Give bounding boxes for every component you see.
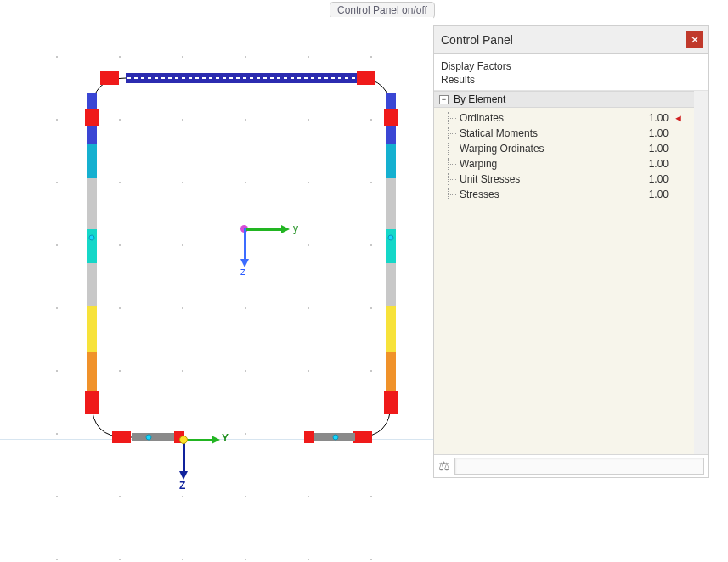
- tab-display-factors[interactable]: Display Factors: [441, 59, 708, 73]
- svg-rect-15: [87, 352, 97, 395]
- section-profile: [0, 17, 433, 560]
- factor-tree: − By Element Ordinates 1.00 ◄ Statical M…: [434, 91, 694, 454]
- tree-connector-icon: [443, 173, 460, 185]
- svg-point-28: [146, 435, 151, 440]
- row-label: Statical Moments: [460, 127, 631, 139]
- row-label: Unit Stresses: [460, 173, 631, 185]
- global-origin-dot-icon: [179, 436, 188, 444]
- tree-connector-icon: [443, 188, 460, 200]
- svg-rect-5: [386, 229, 396, 263]
- svg-rect-3: [386, 144, 396, 178]
- svg-point-27: [388, 235, 393, 240]
- svg-rect-12: [87, 229, 97, 263]
- svg-rect-25: [304, 431, 314, 443]
- row-label: Warping Ordinates: [460, 143, 631, 155]
- svg-rect-13: [87, 263, 97, 306]
- tree-connector-icon: [443, 158, 460, 170]
- panel-header[interactable]: Control Panel ✕: [434, 26, 708, 54]
- row-unit-stresses[interactable]: Unit Stresses 1.00: [443, 171, 686, 187]
- close-button[interactable]: ✕: [686, 31, 703, 48]
- svg-rect-8: [386, 352, 396, 395]
- svg-rect-21: [353, 431, 372, 443]
- row-value[interactable]: 1.00: [631, 173, 674, 185]
- tree-connector-icon: [443, 127, 460, 139]
- row-ordinates[interactable]: Ordinates 1.00 ◄: [443, 110, 686, 126]
- svg-rect-1: [357, 71, 375, 85]
- expander-icon[interactable]: −: [439, 95, 449, 104]
- svg-point-26: [89, 235, 94, 240]
- row-label: Stresses: [460, 188, 631, 200]
- row-warping[interactable]: Warping 1.00: [443, 156, 686, 171]
- panel-footer: ⚖: [434, 454, 708, 477]
- svg-rect-18: [85, 391, 99, 414]
- svg-rect-17: [384, 109, 398, 126]
- svg-point-29: [333, 435, 338, 440]
- balance-icon[interactable]: ⚖: [438, 458, 449, 474]
- tree-connector-icon: [443, 112, 460, 124]
- axis-z-local-icon: [244, 228, 246, 261]
- row-value[interactable]: 1.00: [631, 143, 674, 155]
- row-warping-ordinates[interactable]: Warping Ordinates 1.00: [443, 141, 686, 156]
- svg-rect-20: [112, 431, 131, 443]
- svg-rect-11: [87, 178, 97, 229]
- row-value[interactable]: 1.00: [631, 127, 674, 139]
- tab-results[interactable]: Results: [441, 73, 708, 87]
- svg-rect-16: [85, 109, 99, 126]
- axis-Z-global-icon: [183, 439, 185, 473]
- footer-input[interactable]: [454, 458, 704, 475]
- control-panel: Control Panel ✕ Display Factors Results …: [433, 25, 709, 478]
- row-stresses[interactable]: Stresses 1.00: [443, 187, 686, 202]
- svg-rect-0: [100, 71, 119, 85]
- row-value[interactable]: 1.00: [631, 188, 674, 200]
- svg-rect-19: [384, 391, 398, 414]
- group-by-element[interactable]: − By Element: [434, 91, 694, 108]
- panel-tabs: Display Factors Results: [434, 54, 708, 91]
- row-statical-moments[interactable]: Statical Moments 1.00: [443, 126, 686, 141]
- axis-y-local-icon: [244, 228, 283, 231]
- svg-rect-10: [87, 144, 97, 178]
- scrollbar[interactable]: [694, 91, 708, 454]
- axis-Z-global-label: Z: [179, 480, 185, 492]
- svg-rect-4: [386, 178, 396, 229]
- active-marker-icon: ◄: [674, 113, 686, 123]
- group-label: By Element: [454, 93, 505, 105]
- axis-Y-global-label: Y: [222, 432, 229, 444]
- close-icon: ✕: [691, 34, 699, 46]
- group-rows: Ordinates 1.00 ◄ Statical Moments 1.00 W…: [434, 108, 694, 207]
- row-value[interactable]: 1.00: [631, 112, 674, 124]
- svg-rect-6: [386, 263, 396, 306]
- panel-title: Control Panel: [441, 33, 513, 47]
- control-panel-toggle[interactable]: Control Panel on/off: [330, 2, 435, 19]
- tree-connector-icon: [443, 143, 460, 155]
- row-label: Ordinates: [460, 112, 631, 124]
- svg-rect-7: [386, 306, 396, 352]
- row-label: Warping: [460, 158, 631, 170]
- row-value[interactable]: 1.00: [631, 158, 674, 170]
- model-viewport[interactable]: y z Y Z: [0, 17, 433, 560]
- axis-y-local-label: y: [293, 222, 298, 234]
- svg-rect-14: [87, 306, 97, 352]
- axis-z-local-label: z: [240, 266, 245, 278]
